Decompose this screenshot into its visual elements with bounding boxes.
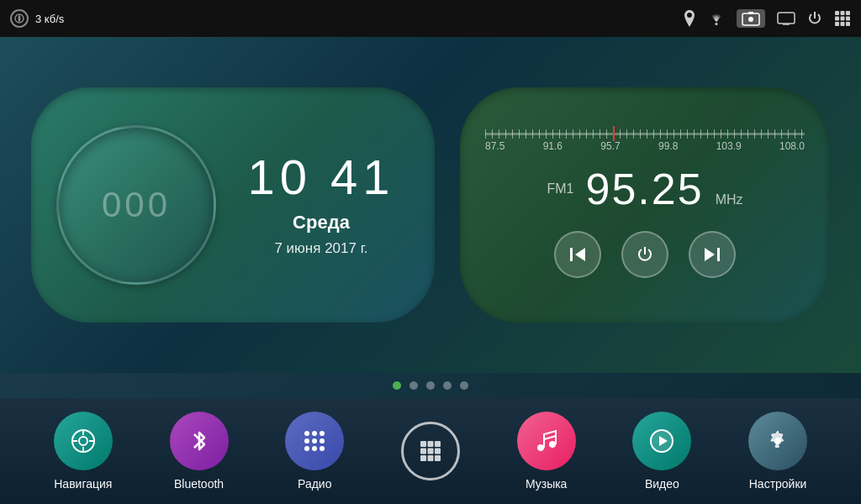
- svg-rect-11: [841, 17, 845, 21]
- dot-5[interactable]: [460, 381, 468, 390]
- freq-label-1: 87.5: [485, 140, 504, 152]
- radio-prev-button[interactable]: [554, 231, 601, 278]
- radio-controls: [554, 231, 736, 278]
- dot-3[interactable]: [426, 381, 435, 390]
- svg-rect-10: [835, 17, 839, 21]
- svg-point-26: [304, 431, 309, 436]
- svg-rect-36: [427, 441, 433, 447]
- settings-icon: [748, 412, 807, 470]
- svg-point-29: [304, 438, 309, 444]
- bottom-navigation: Навигация Bluetooth Радио: [0, 398, 861, 504]
- main-content: 000 10 41 Среда 7 июня 2017 г. 87.5 91.6…: [0, 37, 861, 373]
- radio-unit: MHz: [716, 192, 743, 207]
- svg-point-30: [312, 438, 317, 444]
- svg-rect-35: [420, 441, 426, 447]
- clock-day: Среда: [233, 212, 409, 234]
- music-icon: [517, 412, 576, 470]
- location-icon[interactable]: [683, 10, 696, 27]
- music-label: Музыка: [526, 477, 568, 491]
- freq-label-3: 95.7: [600, 140, 620, 152]
- svg-line-44: [544, 436, 556, 439]
- radio-band: FM1: [547, 181, 573, 197]
- video-label: Видео: [645, 477, 679, 491]
- svg-point-34: [320, 446, 325, 451]
- svg-rect-41: [420, 455, 426, 461]
- clock-time: 10 41: [233, 153, 409, 202]
- svg-point-28: [320, 431, 325, 436]
- dot-2[interactable]: [409, 381, 418, 390]
- clock-widget: 000 10 41 Среда 7 июня 2017 г.: [31, 87, 435, 323]
- freq-scale-bar: [485, 133, 805, 135]
- svg-rect-43: [435, 455, 441, 461]
- status-bar: 3 кб/s: [0, 0, 861, 37]
- svg-point-33: [312, 446, 317, 451]
- svg-rect-39: [427, 449, 433, 454]
- odometer: 000: [56, 125, 216, 285]
- freq-label-4: 99.8: [658, 140, 678, 152]
- freq-labels: 87.5 91.6 95.7 99.8 103.9 108.0: [485, 140, 805, 152]
- odometer-value: 000: [102, 185, 171, 225]
- apps-grid-icon[interactable]: [834, 10, 851, 27]
- apps-icon: [401, 422, 460, 480]
- svg-point-21: [79, 437, 87, 445]
- navigation-label: Навигация: [54, 477, 112, 491]
- svg-rect-5: [778, 13, 795, 24]
- video-icon: [632, 412, 691, 470]
- screenshot-icon[interactable]: [737, 9, 765, 28]
- svg-rect-42: [427, 455, 433, 461]
- freq-indicator: [613, 126, 615, 141]
- frequency-scale: 87.5 91.6 95.7 99.8 103.9 108.0: [485, 133, 805, 152]
- dot-4[interactable]: [443, 381, 452, 390]
- page-dots: [0, 373, 861, 398]
- radio-icon: [285, 412, 344, 470]
- svg-rect-13: [835, 22, 839, 26]
- bluetooth-label: Bluetooth: [174, 477, 224, 491]
- radio-next-button[interactable]: [689, 231, 736, 278]
- svg-marker-18: [705, 248, 715, 261]
- nav-item-video[interactable]: Видео: [632, 412, 691, 491]
- nav-item-bluetooth[interactable]: Bluetooth: [170, 412, 229, 491]
- navigation-icon: [54, 412, 113, 470]
- dot-1[interactable]: [393, 381, 401, 390]
- nav-item-settings[interactable]: Настройки: [748, 412, 807, 491]
- svg-rect-7: [835, 11, 839, 15]
- svg-marker-16: [575, 248, 585, 261]
- nav-item-navigation[interactable]: Навигация: [54, 412, 113, 491]
- radio-label: Радио: [298, 477, 331, 491]
- clock-date: 7 июня 2017 г.: [233, 240, 409, 257]
- svg-rect-38: [420, 449, 426, 454]
- freq-label-2: 91.6: [543, 140, 563, 152]
- network-speed: 3 кб/s: [35, 13, 64, 25]
- svg-rect-4: [748, 12, 753, 14]
- clock-info: 10 41 Среда 7 июня 2017 г.: [233, 153, 409, 257]
- svg-rect-40: [435, 449, 441, 454]
- freq-label-6: 108.0: [779, 140, 805, 152]
- svg-point-32: [304, 446, 309, 451]
- nav-item-music[interactable]: Музыка: [517, 412, 576, 491]
- radio-power-button[interactable]: [621, 231, 668, 278]
- radio-frequency: 95.25: [585, 164, 703, 214]
- svg-point-27: [312, 431, 317, 436]
- svg-rect-9: [846, 11, 850, 15]
- radio-widget: 87.5 91.6 95.7 99.8 103.9 108.0 FM1 95.2…: [460, 87, 830, 323]
- svg-point-3: [748, 17, 753, 22]
- screen-icon[interactable]: [777, 12, 795, 25]
- freq-label-5: 103.9: [716, 140, 742, 152]
- svg-rect-12: [846, 17, 850, 21]
- svg-rect-14: [841, 22, 845, 26]
- svg-rect-37: [435, 441, 441, 447]
- nav-item-apps[interactable]: [401, 422, 460, 480]
- wifi-icon[interactable]: [708, 12, 725, 25]
- svg-rect-8: [841, 11, 845, 15]
- svg-point-1: [716, 23, 718, 25]
- bluetooth-icon: [170, 412, 229, 470]
- status-circle-icon: [10, 9, 29, 28]
- svg-rect-19: [717, 248, 720, 261]
- svg-point-31: [320, 438, 325, 444]
- power-icon[interactable]: [807, 11, 822, 26]
- radio-freq-display: FM1 95.25 MHz: [547, 164, 742, 214]
- nav-item-radio[interactable]: Радио: [285, 412, 344, 491]
- settings-label: Настройки: [749, 477, 807, 491]
- svg-rect-15: [846, 22, 850, 26]
- svg-rect-17: [570, 248, 573, 261]
